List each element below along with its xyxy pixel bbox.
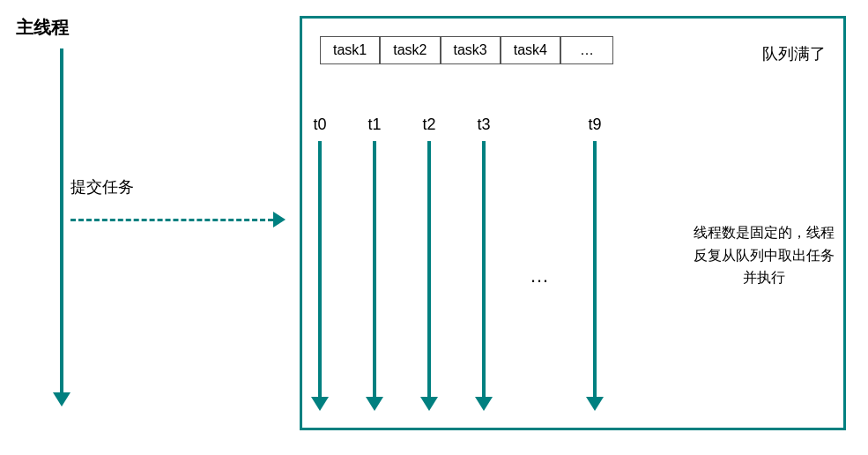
main-thread-line	[60, 48, 63, 392]
task-box-dots: …	[560, 36, 613, 64]
thread-arrowhead-t1	[366, 397, 383, 411]
thread-line-t2	[427, 141, 431, 397]
thread-pool-container: task1 task2 task3 task4 … 队列满了 t0 t1 t2 …	[300, 16, 846, 430]
dashed-arrowhead	[273, 212, 286, 228]
thread-col-t0: t0	[311, 116, 329, 411]
task-box-1: task1	[320, 36, 380, 64]
thread-line-t9	[593, 141, 597, 397]
thread-label-t3: t3	[477, 116, 490, 134]
main-thread-arrowhead	[53, 392, 70, 407]
task-box-2: task2	[380, 36, 440, 64]
task-box-3: task3	[441, 36, 501, 64]
thread-label-t1: t1	[367, 116, 381, 134]
dashed-line	[70, 219, 273, 221]
thread-arrowhead-t9	[586, 397, 604, 411]
dashed-submit-arrow	[70, 212, 286, 228]
thread-arrowhead-t3	[475, 397, 493, 411]
thread-line-t0	[318, 141, 322, 397]
thread-dots-mid: …	[530, 265, 549, 287]
task-box-4: task4	[501, 36, 560, 64]
thread-label-t9: t9	[588, 116, 601, 134]
main-thread-arrow	[53, 48, 70, 407]
thread-arrowhead-t2	[420, 397, 438, 411]
threads-section: t0 t1 t2 t3 t_ … t9	[311, 116, 604, 411]
thread-label-t2: t2	[422, 116, 435, 134]
thread-line-t1	[373, 141, 376, 397]
queue-full-label: 队列满了	[762, 43, 826, 64]
thread-line-t3	[482, 141, 486, 397]
thread-col-t1: t1	[366, 116, 383, 411]
thread-label-t0: t0	[313, 116, 326, 134]
thread-col-t9: t9	[586, 116, 604, 411]
thread-col-t2: t2	[420, 116, 438, 411]
task-queue-row: task1 task2 task3 task4 …	[320, 36, 613, 64]
thread-dots-col: t_ …	[530, 116, 549, 411]
submit-task-label: 提交任务	[70, 176, 134, 198]
thread-description: 线程数是固定的，线程反复从队列中取出任务并执行	[694, 221, 835, 289]
thread-arrowhead-t0	[311, 397, 329, 411]
main-thread-label: 主线程	[16, 16, 69, 40]
thread-col-t3: t3	[475, 116, 493, 411]
